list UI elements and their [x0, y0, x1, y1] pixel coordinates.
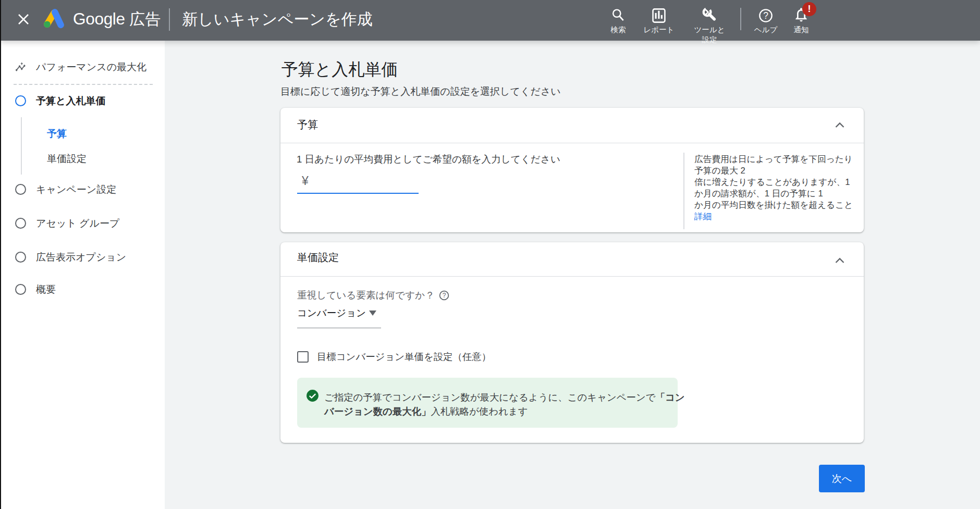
svg-text:?: ?: [763, 10, 768, 21]
svg-text:?: ?: [443, 292, 446, 299]
